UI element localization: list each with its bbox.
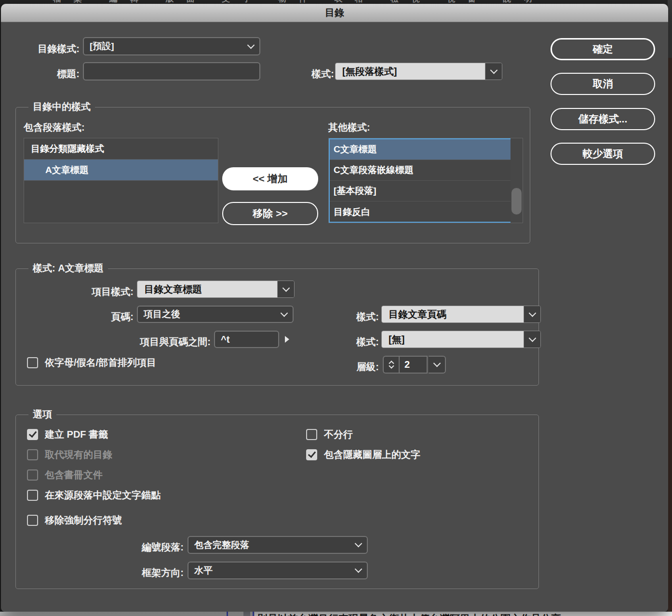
include-hidden-layers-row[interactable]: 包含隱藏圖層上的文字 — [306, 449, 420, 460]
between-entry-value: ^t — [221, 334, 229, 345]
remove-forced-line-breaks-row[interactable]: 移除強制分行符號 — [27, 514, 122, 526]
paragraph-style-value: [無段落樣式] — [336, 63, 485, 80]
styles-in-toc-group: 目錄中的樣式 包含段落樣式: 目錄分類隱藏樣式 A文章標題 << 增加 移除 >… — [15, 107, 530, 243]
entry-style-dropdown-button[interactable] — [277, 281, 294, 297]
sort-entries-checkbox-row[interactable]: 依字母/假名/部首排列項目 — [27, 357, 156, 368]
list-item[interactable]: A文章標題 — [24, 160, 218, 181]
no-line-break-checkbox[interactable] — [306, 429, 317, 440]
sort-entries-checkbox[interactable] — [27, 357, 38, 368]
page-style-value: 目錄文章頁碼 — [382, 306, 524, 322]
chevron-down-icon — [490, 66, 497, 74]
other-styles-label: 其他樣式: — [328, 121, 370, 134]
remove-forced-line-breaks-checkbox[interactable] — [27, 515, 38, 526]
styles-in-toc-legend: 目錄中的樣式 — [28, 100, 95, 113]
between-style-value: [無] — [382, 331, 524, 348]
dialog-titlebar[interactable]: 目錄 — [1, 4, 668, 22]
entry-style-label: 項目樣式: — [16, 285, 134, 298]
cancel-button[interactable]: 取消 — [551, 73, 655, 95]
list-item[interactable]: 目錄反白 — [330, 201, 511, 222]
page-number-label: 頁碼: — [16, 310, 134, 323]
toc-style-label: 目錄樣式: — [1, 42, 80, 55]
list-item-label: [基本段落] — [334, 185, 376, 197]
no-line-break-label: 不分行 — [324, 428, 353, 441]
create-pdf-bookmarks-label: 建立 PDF 書籤 — [45, 428, 108, 441]
entry-style-combo[interactable]: 目錄文章標題 — [137, 281, 295, 298]
paragraph-style-dropdown-button[interactable] — [485, 63, 502, 80]
list-item[interactable]: C文章段落嵌線標題 — [330, 160, 511, 181]
entry-style-value: 目錄文章標題 — [137, 281, 277, 297]
scrollbar-thumb[interactable] — [511, 188, 522, 214]
include-hidden-layers-label: 包含隱藏圖層上的文字 — [324, 448, 420, 461]
frame-direction-dropdown[interactable]: 水平 — [188, 562, 368, 579]
level-updown-buttons[interactable] — [383, 356, 399, 374]
text-anchor-label: 在來源段落中設定文字錨點 — [45, 489, 161, 502]
page-style-combo[interactable]: 目錄文章頁碼 — [381, 306, 541, 323]
between-entry-label: 項目與頁碼之間: — [16, 335, 211, 348]
remove-style-button[interactable]: 移除 >> — [222, 202, 318, 225]
between-style-combo[interactable]: [無] — [381, 331, 541, 348]
toc-title-label: 標題: — [1, 67, 80, 80]
level-value[interactable]: 2 — [399, 356, 428, 374]
other-styles-list[interactable]: C文章標題 C文章段落嵌線標題 [基本段落] 目錄反白 — [329, 138, 511, 223]
include-paragraph-styles-label: 包含段落樣式: — [24, 121, 85, 134]
numbered-paragraphs-label: 編號段落: — [16, 541, 184, 554]
numbered-paragraphs-dropdown[interactable]: 包含完整段落 — [188, 536, 368, 554]
background-right-strip — [668, 0, 672, 616]
paragraph-style-combo[interactable]: [無段落樣式] — [335, 63, 502, 80]
list-item[interactable]: C文章標題 — [330, 139, 511, 160]
list-item-label: C文章段落嵌線標題 — [334, 164, 414, 176]
page-number-dropdown[interactable]: 項目之後 — [137, 306, 294, 323]
text-anchor-checkbox[interactable] — [27, 490, 38, 501]
include-book-documents-row: 包含書冊文件 — [27, 469, 103, 481]
list-item-label: A文章標題 — [45, 164, 89, 176]
include-styles-list[interactable]: 目錄分類隱藏樣式 A文章標題 — [24, 138, 218, 223]
toc-style-dropdown[interactable]: [預設] — [83, 37, 260, 55]
ok-button[interactable]: 確定 — [551, 38, 655, 60]
save-style-button[interactable]: 儲存樣式... — [551, 108, 655, 130]
between-style-dropdown-button[interactable] — [524, 331, 540, 348]
document-clipped-text: 則是以前台灣吊行車現景象之衛片上傳台灣阿里山的公園之作品分享 — [257, 612, 561, 616]
numbered-paragraphs-value: 包含完整段落 — [194, 539, 249, 551]
between-style-label: 樣式: — [276, 335, 379, 348]
fewer-options-button[interactable]: 較少選項 — [551, 143, 655, 165]
document-scrollbar-fragment — [243, 612, 250, 616]
scrollbar-track[interactable] — [511, 138, 523, 223]
list-item-label: 目錄反白 — [334, 206, 370, 218]
chevron-down-icon — [355, 565, 363, 573]
page-number-value: 項目之後 — [144, 308, 180, 321]
create-pdf-bookmarks-checkbox[interactable] — [27, 429, 38, 440]
list-item[interactable]: [基本段落] — [330, 181, 511, 201]
chevron-down-icon — [528, 334, 536, 342]
check-icon — [308, 449, 316, 457]
add-style-button[interactable]: << 增加 — [222, 167, 318, 190]
options-legend: 選項 — [28, 408, 56, 421]
level-dropdown-button[interactable] — [429, 356, 446, 374]
replace-existing-toc-checkbox — [27, 449, 38, 460]
other-styles-list-container: C文章標題 C文章段落嵌線標題 [基本段落] 目錄反白 — [328, 138, 523, 223]
remove-forced-line-breaks-label: 移除強制分行符號 — [45, 514, 122, 527]
dialog-title: 目錄 — [325, 6, 344, 19]
frame-direction-label: 框架方向: — [16, 566, 184, 579]
document-page-edge: 則是以前台灣吊行車現景象之衛片上傳台灣阿里山的公園之作品分享 — [255, 612, 672, 616]
between-entry-input[interactable]: ^t — [214, 331, 279, 348]
include-book-documents-label: 包含書冊文件 — [45, 469, 103, 482]
chevron-down-icon — [433, 360, 441, 367]
sort-entries-label: 依字母/假名/部首排列項目 — [45, 356, 156, 369]
create-pdf-bookmarks-row[interactable]: 建立 PDF 書籤 — [27, 429, 108, 440]
frame-direction-value: 水平 — [194, 564, 213, 577]
toc-style-value: [預設] — [90, 40, 114, 53]
style-detail-legend: 樣式: A文章標題 — [28, 262, 108, 275]
list-item-label: 目錄分類隱藏樣式 — [31, 143, 104, 155]
text-anchor-row[interactable]: 在來源段落中設定文字錨點 — [27, 489, 161, 501]
level-label: 層級: — [276, 361, 379, 374]
document-cursor-mark — [253, 612, 254, 616]
include-hidden-layers-checkbox[interactable] — [306, 449, 317, 460]
chevron-down-icon — [247, 41, 255, 49]
options-group: 選項 建立 PDF 書籤 取代現有的目錄 包含書冊文件 在來源段落中設定文字錨點… — [15, 415, 539, 589]
level-stepper[interactable]: 2 — [383, 356, 446, 374]
page-style-dropdown-button[interactable] — [524, 306, 540, 322]
background-document-strip: 則是以前台灣吊行車現景象之衛片上傳台灣阿里山的公園之作品分享 — [0, 612, 672, 616]
no-line-break-row[interactable]: 不分行 — [306, 429, 353, 440]
list-item[interactable]: 目錄分類隱藏樣式 — [24, 138, 218, 160]
check-icon — [29, 429, 37, 437]
